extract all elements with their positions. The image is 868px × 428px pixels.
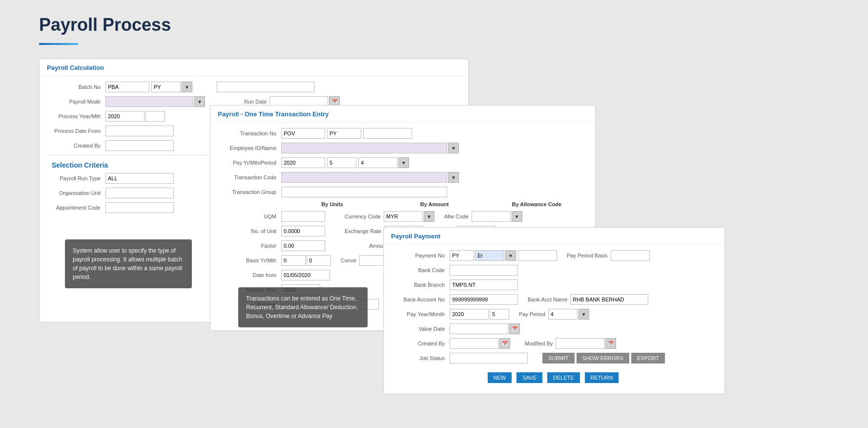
export-btn[interactable]: EXPORT: [631, 353, 665, 364]
ott-date-from-input[interactable]: [281, 270, 330, 280]
ott-pay-period-icon-btn[interactable]: ▼: [398, 157, 409, 168]
ott-uqm-label: UQM: [218, 214, 281, 219]
ott-nounit-label: No. of Unit: [218, 228, 281, 234]
org-unit-input[interactable]: [105, 188, 174, 198]
panel-payment-title: Payroll Payment: [384, 228, 724, 244]
ott-conve-label: Conve: [341, 257, 356, 263]
ott-date-from-label: Date from: [218, 272, 281, 278]
pay-period-basis-label: Pay Period Basis: [567, 253, 608, 258]
ott-basic-yr-input2[interactable]: [307, 255, 331, 266]
process-date-label: Process Date From: [47, 128, 105, 134]
ott-by-units-header: By Units: [281, 201, 383, 207]
batch-no-row: Batch No ▼: [47, 82, 461, 92]
payment-new-btn[interactable]: NEW: [488, 372, 512, 383]
bank-account-label: Bank Account No: [391, 297, 450, 302]
run-date-label: Run Date: [244, 99, 267, 105]
payroll-run-type-label: Payroll Run Type: [47, 175, 105, 181]
value-date-row: Value Date: [391, 323, 717, 334]
ott-subsection-headers: By Units By Amount By Allowance Code: [218, 201, 588, 207]
payment-delete-btn[interactable]: DELETE: [547, 372, 580, 383]
payment-created-by-label: Created By: [391, 341, 450, 346]
tooltip-payroll-run-type: System allow user to specify the type of…: [65, 239, 192, 288]
ott-basic-yr-input1[interactable]: [281, 255, 306, 266]
ott-trans-code-input[interactable]: [281, 172, 447, 183]
ott-employee-row: Employee ID/Name ▼: [218, 143, 588, 153]
org-unit-label: Organisation Unit: [47, 190, 105, 196]
ott-nounit-input[interactable]: [281, 226, 325, 236]
payroll-mode-label: Payroll Mode: [47, 99, 105, 105]
title-underline: [39, 43, 78, 45]
payment-created-row: Created By Modified By: [391, 338, 717, 349]
payment-no-input2[interactable]: [475, 250, 504, 261]
batch-no-input[interactable]: [105, 82, 149, 92]
ott-pay-mth-input[interactable]: [327, 157, 356, 168]
ott-pay-yr-row: Pay Yr/Mth/Period ▼: [218, 157, 588, 168]
process-year-input[interactable]: [105, 111, 145, 122]
process-date-input[interactable]: [105, 126, 174, 136]
ott-trans-code-icon-btn[interactable]: ▼: [448, 172, 459, 183]
payment-no-input1[interactable]: [450, 250, 474, 261]
ott-uqm-row: UQM Currency Code ▼ Allw Code ▼: [218, 211, 588, 222]
bank-acct-name-label: Bank Acct Name: [528, 297, 567, 302]
ott-transaction-code-input[interactable]: [327, 128, 361, 139]
payment-no-input3[interactable]: [518, 250, 557, 261]
batch-no-icon-btn[interactable]: ▼: [182, 82, 192, 92]
pay-year-row: Pay Year/Month Pay Period ▼: [391, 309, 717, 320]
payment-save-btn[interactable]: SAVE: [517, 372, 542, 383]
pay-year-label: Pay Year/Month: [391, 311, 450, 317]
payment-modified-by-input[interactable]: [556, 338, 604, 349]
batch-no-extra-input[interactable]: [217, 82, 314, 92]
ott-allw-code-icon-btn[interactable]: ▼: [512, 211, 522, 222]
ott-trans-group-input[interactable]: [281, 187, 447, 197]
pay-period-basis-input[interactable]: [611, 250, 650, 261]
ott-currency-code-icon-btn[interactable]: ▼: [424, 211, 434, 222]
payment-return-btn[interactable]: RETURN: [585, 372, 619, 383]
bank-account-row: Bank Account No Bank Acct Name: [391, 294, 717, 305]
tooltip2-text: Transactions can be entered as One Time,…: [246, 295, 358, 320]
ott-transaction-no3-input[interactable]: [363, 128, 412, 139]
process-year-label: Process Year/Mth: [47, 113, 105, 119]
page-title: Payroll Process: [39, 15, 171, 35]
job-status-input[interactable]: [450, 353, 528, 364]
bank-account-input[interactable]: [450, 294, 518, 305]
bank-branch-row: Bank Branch: [391, 279, 717, 290]
pay-period-input[interactable]: [548, 309, 578, 320]
ott-factor-input[interactable]: [281, 240, 325, 251]
ott-employee-icon-btn[interactable]: ▼: [448, 143, 459, 153]
process-mth-input[interactable]: [145, 111, 165, 122]
appt-code-input[interactable]: [105, 202, 174, 213]
batch-no-code-input[interactable]: [151, 82, 181, 92]
payment-no-icon-btn[interactable]: ▼: [505, 250, 516, 261]
payroll-mode-input[interactable]: [105, 96, 193, 107]
payment-modified-by-label: Modified By: [525, 341, 553, 346]
value-date-cal-btn[interactable]: [509, 323, 520, 334]
value-date-input[interactable]: [450, 323, 508, 334]
bank-branch-input[interactable]: [450, 279, 518, 290]
ott-transaction-no-input[interactable]: [281, 128, 325, 139]
job-status-label: Job Status: [391, 355, 450, 361]
pay-year-mth-input[interactable]: [490, 309, 509, 320]
payment-created-by-cal-btn[interactable]: [499, 338, 510, 349]
payroll-run-type-input[interactable]: [105, 173, 174, 184]
pay-year-input[interactable]: [450, 309, 489, 320]
ott-employee-input[interactable]: [281, 143, 447, 153]
submit-btn[interactable]: SUBMIT: [542, 353, 575, 364]
ott-uqm-input[interactable]: [281, 211, 325, 222]
panel-calc-title: Payroll Calculation: [40, 59, 468, 76]
bank-acct-name-input[interactable]: [570, 294, 648, 305]
created-by-input[interactable]: [105, 140, 174, 151]
ott-pay-yr-input[interactable]: [281, 157, 325, 168]
bank-code-input[interactable]: [450, 265, 518, 276]
ott-allw-code-label: Allw Code: [444, 214, 469, 219]
value-date-label: Value Date: [391, 326, 450, 332]
payment-created-by-input[interactable]: [450, 338, 498, 349]
show-errors-btn[interactable]: SHOW ERRORS: [577, 353, 629, 364]
payroll-mode-icon-btn[interactable]: ▼: [194, 96, 205, 107]
ott-pay-period-input[interactable]: [358, 157, 397, 168]
ott-allw-code-input[interactable]: [472, 211, 511, 222]
tooltip1-text: System allow user to specify the type of…: [73, 247, 182, 280]
ott-currency-code-input[interactable]: [384, 211, 423, 222]
ott-basic-yr-label: Basic Yr/Mth: [218, 257, 281, 263]
payment-modified-cal-btn[interactable]: [605, 338, 616, 349]
pay-period-icon-btn[interactable]: ▼: [579, 309, 589, 320]
